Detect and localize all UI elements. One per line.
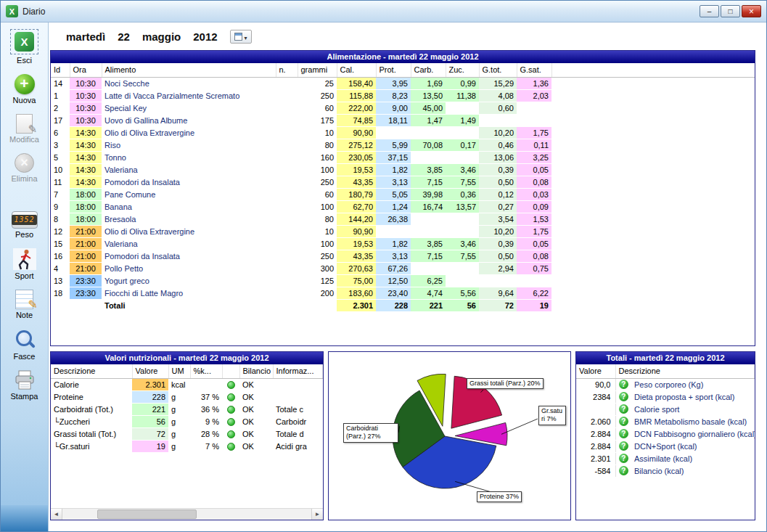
food-row[interactable]: 614:30Olio di Oliva Extravergine1090,901… (51, 126, 755, 139)
food-cell-carb (411, 151, 446, 163)
food-column-header[interactable]: G.sat. (517, 63, 551, 77)
food-row[interactable]: 514:30Tonno160230,0537,1513,063,25 (51, 151, 755, 163)
scrollbar-thumb[interactable] (97, 510, 197, 519)
sidebar-button-fasce[interactable]: Fasce (3, 329, 46, 361)
totals-row[interactable]: 2.884DCN Fabbisogno giornaliero (kcal) (576, 427, 755, 440)
sidebar-button-nuova[interactable]: Nuova (3, 74, 46, 105)
food-cell-id: 8 (51, 213, 70, 225)
food-row[interactable]: 1823:30Fiocchi di Latte Magro200183,6023… (51, 287, 755, 299)
food-cell-gtot: 9,64 (479, 287, 517, 299)
nutrition-row[interactable]: Grassi totali (Tot.)72g28 %OKTotale d (51, 427, 323, 440)
date-year[interactable]: 2012 (193, 30, 217, 43)
nutrition-cell-desc: Grassi totali (Tot.) (51, 427, 132, 440)
nutrition-column-header[interactable]: Informaz... (273, 364, 323, 378)
sidebar-button-peso[interactable]: 1352 Peso (3, 211, 46, 239)
scrollbar-track[interactable] (62, 509, 311, 520)
food-row[interactable]: 1521:00Valeriana10019,531,823,853,460,39… (51, 237, 755, 250)
nutrition-column-header[interactable]: %k... (190, 364, 222, 378)
food-row[interactable]: 1410:30Noci Secche25158,403,951,690,9915… (51, 77, 755, 89)
nutrition-row[interactable]: Carboidrati (Tot.)221g36 %OKTotale c (51, 403, 323, 415)
totals-row[interactable]: 2.884DCN+Sport (kcal) (576, 440, 755, 452)
food-column-header[interactable]: Cal. (337, 63, 376, 77)
food-row[interactable]: 210:30Special Key60222,009,0045,000,60 (51, 102, 755, 114)
totals-row[interactable]: 2.060BMR Metabolismo basale (kcal) (576, 415, 755, 427)
nutrition-column-header[interactable]: Bilancio (239, 364, 273, 378)
food-row[interactable]: 1710:30Uovo di Gallina Albume17574,8518,… (51, 114, 755, 126)
food-cell-prot: 37,15 (376, 151, 411, 163)
filler (551, 77, 755, 89)
sidebar-button-stampa[interactable]: Stampa (3, 370, 46, 401)
food-row[interactable]: 110:30Latte di Vacca Parzialmente Screma… (51, 89, 755, 102)
maximize-button[interactable]: □ (721, 5, 740, 17)
food-cell-ora: 10:30 (70, 77, 102, 89)
nutrition-cell-pct: 9 % (190, 415, 222, 427)
food-column-header[interactable]: G.tot. (479, 63, 517, 77)
food-row[interactable]: 314:30Riso80275,125,9970,080,170,460,11 (51, 139, 755, 151)
sidebar-button-esci[interactable]: Esci (3, 29, 46, 65)
food-cell-zuc: 5,56 (446, 287, 479, 299)
date-dropdown-button[interactable] (230, 30, 252, 44)
food-column-header[interactable]: Prot. (376, 63, 411, 77)
totals-row[interactable]: 2384Dieta proposta + sport (kcal) (576, 390, 755, 403)
nutrition-cell-desc: Calorie (51, 378, 132, 390)
minimize-button[interactable]: – (700, 5, 719, 17)
sidebar-button-note[interactable]: Note (3, 290, 46, 319)
sidebar-label-peso: Peso (15, 230, 33, 239)
date-day[interactable]: 22 (118, 30, 130, 43)
sidebar-button-sport[interactable]: Sport (3, 248, 46, 280)
scroll-right-button[interactable] (311, 509, 323, 520)
totals-cell-valore: 2.060 (576, 415, 615, 427)
food-column-header[interactable]: n. (276, 63, 298, 77)
nutrition-row[interactable]: └Zuccheri56g9 %OKCarboidr (51, 415, 323, 427)
food-cell-n (276, 237, 298, 250)
balance-ok-icon (227, 393, 235, 401)
food-column-header[interactable]: Id (51, 63, 70, 77)
sidebar-button-elimina: Elimina (3, 153, 46, 183)
food-cell-carb: 7,15 (411, 250, 446, 262)
food-row[interactable]: 1221:00Olio di Oliva Extravergine1090,90… (51, 225, 755, 237)
totals-row[interactable]: 90,0Peso corporeo (Kg) (576, 378, 755, 390)
food-row[interactable]: 918:00Banana10062,701,2416,7413,570,270,… (51, 200, 755, 213)
food-cell-gsat (517, 114, 551, 126)
food-cell-ora: 14:30 (70, 139, 102, 151)
food-row[interactable]: 1621:00Pomodori da Insalata25043,353,137… (51, 250, 755, 262)
date-weekday[interactable]: martedì (66, 30, 105, 43)
nutrition-column-header[interactable]: Descrizione (51, 364, 132, 378)
food-cell-n (276, 213, 298, 225)
food-cell-gsat: 1,75 (517, 225, 551, 237)
close-button[interactable]: × (742, 5, 761, 17)
nutrition-row[interactable]: Calorie2.301kcalOK (51, 378, 323, 390)
food-cell-alimento: Pomodori da Insalata (102, 250, 276, 262)
totals-row[interactable]: 2.301Assimilate (kcal) (576, 452, 755, 465)
food-row[interactable]: 718:00Pane Comune60180,795,0539,980,360,… (51, 188, 755, 200)
scroll-left-button[interactable] (51, 509, 62, 520)
nutrition-row[interactable]: Proteine228g37 %OK (51, 390, 323, 403)
food-column-header[interactable]: grammi (298, 63, 337, 77)
food-cell-alimento: Tonno (102, 151, 276, 163)
nutrition-column-header[interactable]: UM (168, 364, 190, 378)
date-month[interactable]: maggio (142, 30, 181, 43)
food-row[interactable]: 818:00Bresaola80144,2026,383,541,53 (51, 213, 755, 225)
food-cell-id: 3 (51, 139, 70, 151)
titlebar[interactable]: Diario – □ × (1, 1, 766, 22)
food-cell-n (276, 89, 298, 102)
totals-row[interactable]: Calorie sport (576, 403, 755, 415)
food-cell-n (276, 225, 298, 237)
food-row[interactable]: 421:00Pollo Petto300270,6367,262,940,75 (51, 262, 755, 274)
nutrition-column-header[interactable]: Valore (132, 364, 168, 378)
food-column-header[interactable]: Alimento (102, 63, 276, 77)
food-column-header[interactable]: Carb. (411, 63, 446, 77)
food-totals-row: Totali2.301228221567219 (51, 299, 755, 311)
food-row[interactable]: 1114:30Pomodori da Insalata25043,353,137… (51, 176, 755, 188)
notes-icon (15, 290, 33, 309)
nutrition-hscrollbar[interactable] (51, 508, 323, 520)
totals-row[interactable]: -584Bilancio (kcal) (576, 465, 755, 477)
food-row[interactable]: 1323:30Yogurt greco12575,0012,506,25 (51, 274, 755, 287)
nutrition-row[interactable]: └Gr.saturi19g7 %OKAcidi gra (51, 440, 323, 452)
info-icon (619, 441, 628, 451)
food-row[interactable]: 1014:30Valeriana10019,531,823,853,460,39… (51, 163, 755, 176)
food-column-header[interactable]: Ora (70, 63, 102, 77)
nutrition-cell-status: OK (239, 415, 273, 427)
balance-ok-icon (227, 406, 235, 414)
food-column-header[interactable]: Zuc. (446, 63, 479, 77)
